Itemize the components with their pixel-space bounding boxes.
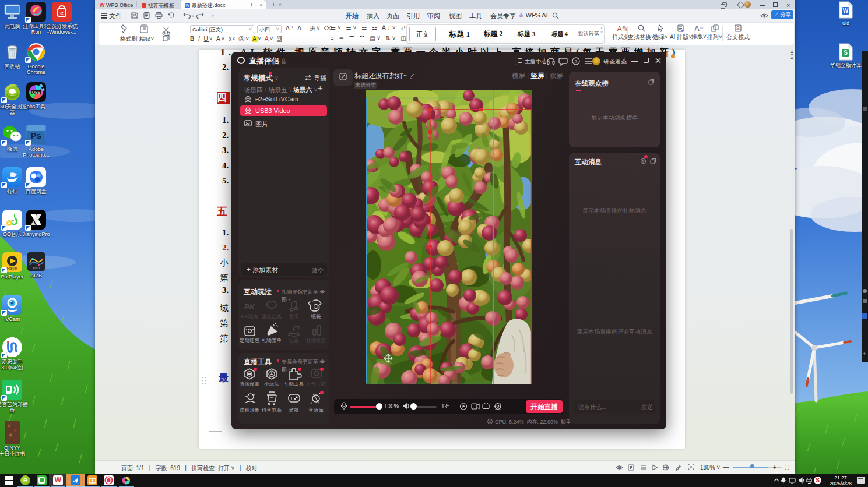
svg-text:福袋: 福袋 xyxy=(311,313,322,319)
svg-text:S: S xyxy=(844,50,848,56)
svg-text:Player: Player xyxy=(7,266,18,271)
svg-text:心愿: 心愿 xyxy=(289,337,300,343)
svg-text:?: ? xyxy=(575,59,578,64)
svg-text:音效库: 音效库 xyxy=(308,407,324,413)
svg-text:OBS: OBS xyxy=(32,90,41,94)
svg-text:PK: PK xyxy=(244,302,256,311)
svg-text:游戏: 游戏 xyxy=(289,407,299,413)
svg-text:直播设置: 直播设置 xyxy=(240,381,260,387)
svg-text:W: W xyxy=(843,8,849,14)
svg-text:音乐: 音乐 xyxy=(289,313,299,319)
svg-text:˅: ˅ xyxy=(192,14,194,18)
svg-text:互动工具: 互动工具 xyxy=(284,381,304,387)
svg-text:Ps: Ps xyxy=(31,130,41,140)
svg-text:礼物投票: 礼物投票 xyxy=(306,337,326,343)
svg-text:抖音电商: 抖音电商 xyxy=(261,407,282,413)
svg-text:定期红包: 定期红包 xyxy=(239,337,260,343)
svg-text:虚拟形象: 虚拟形象 xyxy=(240,407,260,413)
svg-text:小玩法: 小玩法 xyxy=(264,381,279,387)
svg-text:AIZB-3: AIZB-3 xyxy=(33,267,40,270)
svg-text:观众连线: 观众连线 xyxy=(262,313,282,319)
svg-text:˅: ˅ xyxy=(212,14,214,18)
svg-text:PK玩法: PK玩法 xyxy=(241,313,258,319)
svg-text:礼物菜单: 礼物菜单 xyxy=(262,337,282,343)
svg-text:e: e xyxy=(60,10,64,16)
svg-text:人气宝箱: 人气宝箱 xyxy=(306,381,326,387)
